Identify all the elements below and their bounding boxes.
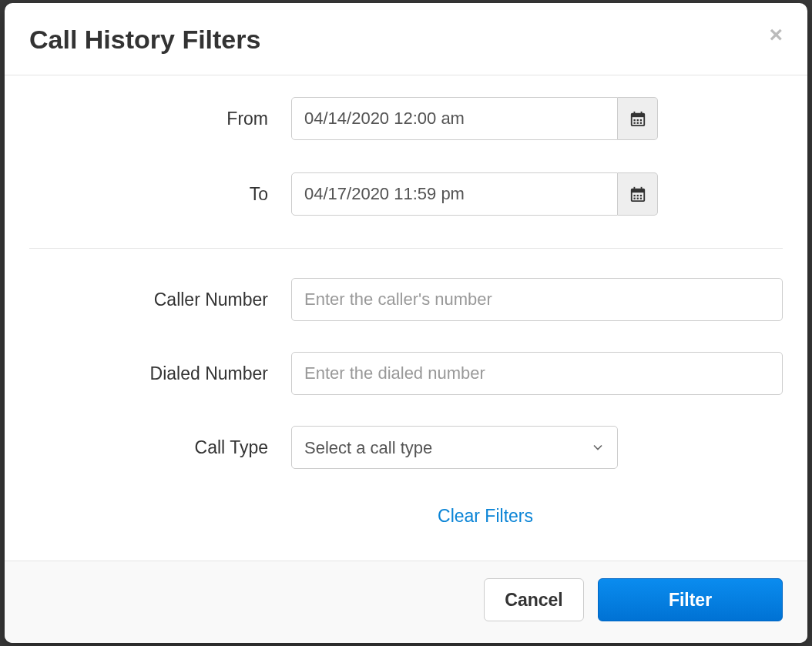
section-divider	[29, 248, 783, 249]
modal-header: Call History Filters ×	[5, 3, 807, 75]
to-input-group	[291, 172, 658, 216]
svg-rect-3	[640, 112, 642, 115]
svg-rect-13	[640, 187, 642, 191]
close-button[interactable]: ×	[769, 23, 783, 46]
close-icon: ×	[769, 22, 783, 47]
cancel-button[interactable]: Cancel	[484, 578, 584, 621]
modal-footer: Cancel Filter	[5, 561, 807, 643]
svg-rect-12	[633, 187, 635, 191]
svg-rect-17	[633, 198, 635, 199]
svg-rect-11	[631, 189, 644, 193]
to-datetime-input[interactable]	[291, 172, 618, 216]
from-label: From	[29, 109, 291, 129]
caller-number-input[interactable]	[291, 278, 783, 321]
svg-rect-2	[633, 112, 635, 115]
svg-rect-5	[636, 119, 638, 121]
svg-rect-9	[639, 122, 641, 124]
svg-rect-6	[639, 119, 641, 121]
svg-rect-18	[636, 198, 638, 199]
svg-rect-15	[636, 195, 638, 196]
caller-number-row: Caller Number	[29, 278, 783, 321]
filter-button[interactable]: Filter	[598, 578, 783, 621]
dialed-number-label: Dialed Number	[29, 363, 291, 384]
svg-rect-16	[639, 195, 641, 196]
dialed-number-row: Dialed Number	[29, 352, 783, 395]
from-datetime-input[interactable]	[291, 97, 618, 140]
call-type-select-wrapper: Select a call type	[291, 426, 618, 469]
svg-rect-19	[639, 198, 641, 199]
modal-title: Call History Filters	[29, 25, 783, 55]
calendar-icon	[629, 186, 646, 203]
call-history-filters-modal: Call History Filters × From	[5, 3, 807, 643]
to-calendar-button[interactable]	[618, 172, 658, 216]
clear-filters-link[interactable]: Clear Filters	[322, 506, 649, 527]
from-row: From	[29, 97, 783, 140]
svg-rect-14	[633, 195, 635, 196]
call-type-row: Call Type Select a call type	[29, 426, 783, 469]
to-row: To	[29, 172, 783, 216]
call-type-label: Call Type	[29, 437, 291, 458]
from-input-group	[291, 97, 658, 140]
call-type-select[interactable]: Select a call type	[291, 426, 618, 469]
caller-number-label: Caller Number	[29, 290, 291, 310]
calendar-icon	[629, 110, 646, 127]
to-label: To	[29, 184, 291, 205]
svg-rect-4	[633, 119, 635, 121]
clear-filters-row: Clear Filters	[29, 506, 783, 527]
svg-rect-1	[631, 114, 644, 118]
modal-body: From	[5, 75, 807, 561]
from-calendar-button[interactable]	[618, 97, 658, 140]
svg-rect-8	[636, 122, 638, 124]
dialed-number-input[interactable]	[291, 352, 783, 395]
svg-rect-7	[633, 122, 635, 124]
